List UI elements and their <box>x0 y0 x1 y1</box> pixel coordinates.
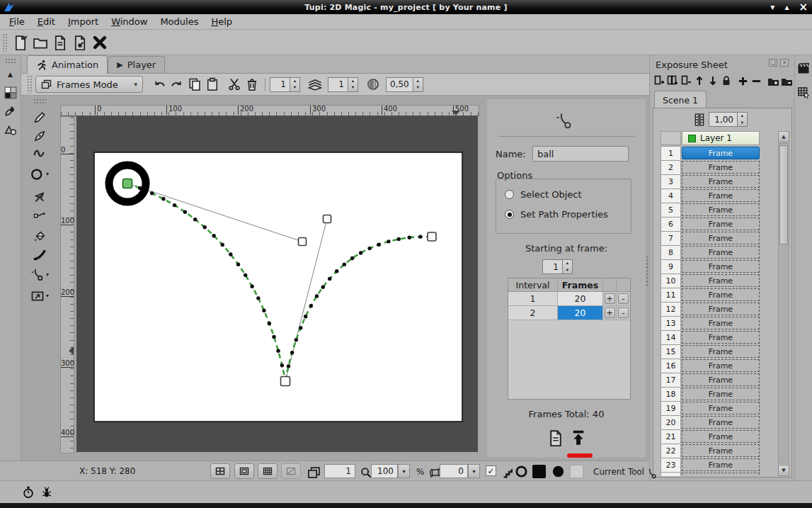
frame-cell[interactable]: Frame <box>682 175 760 188</box>
import-button[interactable] <box>70 33 90 52</box>
debug-button[interactable] <box>40 485 54 499</box>
layer-1-header[interactable]: Layer 1 <box>682 131 760 145</box>
brush-shape-swatch[interactable] <box>551 465 565 480</box>
frame-cell[interactable]: Frame <box>682 473 760 476</box>
radio-select-object[interactable]: Select Object <box>505 189 582 200</box>
scroll-down-button[interactable]: ▼ <box>778 465 789 476</box>
add-frames-button[interactable]: + <box>605 307 615 318</box>
frame-number[interactable]: 13 <box>661 316 681 331</box>
color-palette-icon[interactable] <box>3 85 18 101</box>
frame-number[interactable]: 5 <box>661 203 681 218</box>
onion-value[interactable]: 1 <box>328 77 348 92</box>
frame-number[interactable]: 22 <box>661 444 681 458</box>
menu-help[interactable]: Help <box>205 15 239 28</box>
tool-brush[interactable] <box>27 246 52 264</box>
delete-button[interactable] <box>243 76 261 94</box>
tool-view[interactable]: ▾ <box>27 287 52 305</box>
dense-grid-button[interactable] <box>258 463 278 479</box>
rotation-value[interactable]: 0 <box>440 464 468 478</box>
tool-fill[interactable] <box>27 227 52 245</box>
frame-number[interactable]: 17 <box>661 373 681 388</box>
starting-frame-spinbox[interactable]: 1 ▴▾ <box>542 259 573 274</box>
close-button[interactable]: × <box>799 1 808 13</box>
tool-tweening[interactable]: ▾ <box>27 266 52 283</box>
frame-cell[interactable]: Frame <box>682 458 760 471</box>
menu-modules[interactable]: Modules <box>154 15 205 28</box>
tool-ink[interactable] <box>27 127 52 145</box>
zoom-dropdown-button[interactable]: ▾ <box>398 464 410 478</box>
tool-polyline[interactable] <box>27 144 52 162</box>
frame-cell[interactable]: Frame <box>682 189 760 202</box>
frame-cell[interactable]: Frame <box>682 359 760 372</box>
menu-window[interactable]: Window <box>105 15 154 28</box>
frame-number[interactable]: 16 <box>661 359 681 373</box>
maximize-button[interactable]: ▴ <box>784 2 789 12</box>
save-tween-button[interactable] <box>545 427 566 448</box>
interval-cell[interactable]: 1 <box>508 292 558 305</box>
tool-selection[interactable] <box>27 188 52 205</box>
layer-opacity-spinbox[interactable]: 1,00 ▴▾ <box>709 112 748 127</box>
frame-cell[interactable]: Frame <box>682 373 760 386</box>
frame-cell[interactable]: Frame <box>682 402 760 414</box>
new-project-button[interactable] <box>11 33 30 52</box>
frame-cell[interactable]: Frame <box>682 303 760 315</box>
canvas-svg[interactable] <box>76 116 478 452</box>
frame-cell[interactable]: Frame <box>682 331 760 344</box>
frame-number[interactable]: 15 <box>661 344 681 359</box>
frame-number[interactable]: 20 <box>661 415 681 430</box>
frame-cell[interactable]: Frame <box>682 274 760 287</box>
radio-set-path[interactable]: Set Path Properties <box>505 209 608 220</box>
frame-number[interactable]: 18 <box>661 387 681 402</box>
apply-tween-button[interactable] <box>568 427 589 448</box>
frame-number[interactable]: 14 <box>661 330 681 345</box>
frames-cell[interactable]: 20 <box>558 292 603 305</box>
frames-cell[interactable]: 20 <box>558 306 603 320</box>
tool-node-selection[interactable] <box>27 206 52 224</box>
exposure-close-button[interactable]: × <box>780 59 789 67</box>
frame-number[interactable]: 24 <box>661 472 681 476</box>
antialiasing-checkbox[interactable]: ✓ <box>486 465 496 476</box>
fill-color-swatch[interactable] <box>570 465 583 478</box>
add-scene-button[interactable] <box>767 74 779 87</box>
remove-frames-button[interactable]: - <box>618 293 629 304</box>
name-input[interactable]: ball <box>532 146 629 162</box>
pen-properties-icon[interactable] <box>3 103 18 119</box>
cut-button[interactable] <box>225 76 243 94</box>
frame-number[interactable]: 12 <box>661 302 681 317</box>
save-project-button[interactable] <box>50 33 70 52</box>
show-grid-button[interactable] <box>210 463 230 479</box>
frame-cell[interactable]: Frame <box>682 147 760 159</box>
copies-icon[interactable] <box>304 463 324 482</box>
frame-cell[interactable]: Frame <box>682 260 760 273</box>
scene-tab[interactable]: Scene 1 <box>654 91 707 108</box>
close-project-button[interactable] <box>90 33 110 52</box>
frame-cell[interactable]: Frame <box>682 416 760 429</box>
frame-number[interactable]: 10 <box>661 273 681 288</box>
interval-cell[interactable]: 2 <box>508 306 558 320</box>
copy-button[interactable] <box>185 76 203 94</box>
frame-number[interactable]: 23 <box>661 458 681 473</box>
frame-cell[interactable]: Frame <box>682 345 760 358</box>
scroll-track[interactable] <box>778 143 789 463</box>
frame-number[interactable]: 9 <box>661 259 681 274</box>
scenes-panel-toggle[interactable] <box>796 61 811 75</box>
move-layer-up-button[interactable] <box>693 74 705 87</box>
frame-cell[interactable]: Frame <box>682 317 760 329</box>
undo-button[interactable] <box>150 76 168 94</box>
frame-cell[interactable]: Frame <box>682 232 760 244</box>
outline-color-swatch[interactable] <box>515 465 528 480</box>
move-layer-down-button[interactable] <box>707 74 719 87</box>
frame-cell[interactable]: Frame <box>682 203 760 216</box>
toolbar-grip[interactable] <box>2 33 8 52</box>
frame-cell[interactable]: Frame <box>682 288 760 301</box>
tab-player[interactable]: ▶ Player <box>108 56 165 73</box>
redo-button[interactable] <box>168 76 185 94</box>
open-project-button[interactable] <box>30 33 50 52</box>
remove-frames-button[interactable]: - <box>618 307 629 318</box>
palette-grip[interactable] <box>33 98 46 104</box>
remove-layer-button[interactable] <box>680 74 692 87</box>
add-frame-button[interactable] <box>737 74 749 87</box>
frame-number[interactable]: 11 <box>661 288 681 303</box>
menu-edit[interactable]: Edit <box>31 15 62 28</box>
scroll-thumb[interactable] <box>779 145 788 244</box>
